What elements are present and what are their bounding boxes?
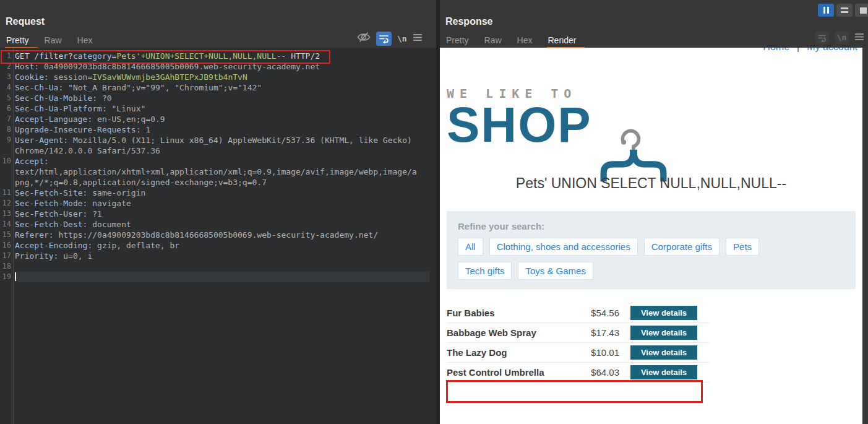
line-number: 17 [0, 251, 11, 261]
product-name: Pest Control Umbrella [447, 367, 580, 378]
response-editor-toolbar: \n [815, 31, 864, 44]
line-number: 11 [0, 188, 11, 198]
pause-button[interactable] [818, 4, 834, 17]
request-line[interactable]: 3Cookie: session=IVSavWUWvmjbe3GAhBTEPxJ… [0, 72, 436, 82]
refine-search-label: Refine your search: [458, 221, 844, 231]
view-details-button[interactable]: View details [630, 345, 697, 360]
line-number [0, 167, 11, 177]
filter-pets[interactable]: Pets [726, 238, 759, 256]
line-number: 19 [0, 272, 11, 282]
product-row: Fur Babies$54.56View details [447, 303, 710, 323]
wrap-lines-icon[interactable] [376, 32, 392, 46]
tab-pretty[interactable]: Pretty [6, 35, 29, 45]
my-account-link[interactable]: My account [807, 48, 857, 52]
request-line[interactable]: 18 [0, 261, 436, 272]
line-number: 3 [0, 72, 11, 82]
tab-hex[interactable]: Hex [77, 35, 93, 45]
line-number: 1 [0, 51, 11, 61]
request-line[interactable]: 16Accept-Encoding: gzip, deflate, br [0, 240, 436, 251]
request-line[interactable]: 8Upgrade-Insecure-Requests: 1 [0, 124, 436, 135]
view-details-button[interactable]: View details [630, 326, 697, 340]
line-number: 10 [0, 156, 11, 167]
request-line[interactable]: 9User-Agent: Mozilla/5.0 (X11; Linux x86… [0, 135, 436, 145]
filter-corporate-gifts[interactable]: Corporate gifts [644, 238, 720, 256]
request-line[interactable]: text/html,application/xhtml+xml,applicat… [0, 167, 436, 177]
line-number [0, 177, 11, 188]
request-line[interactable]: 15Referer: https://0a49009203bd8c8b81466… [0, 230, 436, 240]
request-line[interactable]: 5Sec-Ch-Ua-Mobile: ?0 [0, 93, 436, 103]
view-details-button[interactable]: View details [630, 365, 697, 379]
line-number: 18 [0, 261, 11, 272]
logo-brand: SHOP [447, 105, 592, 145]
tab-raw[interactable]: Raw [484, 35, 502, 45]
newline-icon: \n [835, 31, 849, 44]
tab-hex[interactable]: Hex [517, 35, 533, 45]
request-panel-title: Request [6, 16, 45, 27]
line-number: 2 [0, 61, 11, 72]
response-render-view: Home|My account WE LIKE TO SHOP Pets' UN… [440, 48, 862, 424]
pause-icon [823, 7, 825, 14]
request-line[interactable]: 17Priority: u=0, i [0, 251, 436, 261]
split-horizontal-icon [841, 7, 848, 13]
request-line[interactable]: 2Host: 0a49009203bd8c8b81466685005b0069.… [0, 61, 436, 72]
request-line[interactable]: 14Sec-Fetch-Dest: document [0, 219, 436, 230]
filter-all[interactable]: All [458, 238, 483, 256]
product-price: $64.03 [580, 367, 619, 378]
line-number: 8 [0, 124, 11, 135]
filter-tech-gifts[interactable]: Tech gifts [458, 262, 512, 280]
product-row: Pest Control Umbrella$64.03View details [447, 363, 710, 383]
filter-clothing-shoes-and-accessories[interactable]: Clothing, shoes and accessories [489, 238, 638, 256]
line-number: 6 [0, 103, 11, 114]
product-name: Fur Babies [447, 308, 580, 318]
tab-raw[interactable]: Raw [45, 35, 62, 45]
menu-icon[interactable] [854, 32, 864, 43]
view-details-button[interactable]: View details [630, 306, 697, 320]
product-price: $17.43 [580, 327, 619, 338]
newline-icon[interactable]: \n [397, 34, 407, 43]
product-row: Babbage Web Spray$17.43View details [447, 323, 710, 343]
request-line[interactable]: 7Accept-Language: en-US,en;q=0.9 [0, 114, 436, 124]
split-view-button[interactable] [836, 4, 853, 17]
request-line[interactable]: 12Sec-Fetch-Mode: navigate [0, 198, 436, 209]
product-list: Fur Babies$54.56View detailsBabbage Web … [447, 303, 710, 383]
line-number: 14 [0, 219, 11, 230]
line-number: 13 [0, 209, 11, 219]
line-number [0, 145, 11, 156]
request-panel: Request PrettyRawHex \n [0, 0, 436, 424]
maximize-button[interactable] [855, 4, 868, 17]
tab-pretty[interactable]: Pretty [446, 35, 469, 45]
refine-search-box: Refine your search: AllClothing, shoes a… [447, 211, 856, 289]
site-nav: Home|My account [763, 48, 857, 53]
eye-off-icon[interactable] [357, 31, 371, 46]
request-line[interactable]: 13Sec-Fetch-User: ?1 [0, 209, 436, 219]
product-row: The Lazy Dog$10.01View details [447, 343, 710, 363]
tab-render[interactable]: Render [548, 35, 577, 45]
response-panel: Response PrettyRawHexRender \n Home|My a… [440, 0, 868, 424]
product-name: The Lazy Dog [447, 347, 580, 358]
nav-separator: | [797, 48, 799, 52]
request-line[interactable]: 19 [0, 272, 436, 282]
line-number: 9 [0, 135, 11, 145]
line-number: 12 [0, 198, 11, 209]
wrap-lines-icon [815, 31, 829, 44]
product-name: Babbage Web Spray [447, 327, 580, 338]
product-price: $54.56 [580, 308, 619, 318]
home-link[interactable]: Home [763, 48, 789, 52]
request-editor[interactable]: 1GET /filter?category=Pets'+UNION+SELECT… [0, 48, 436, 424]
view-layout-controls [818, 4, 868, 17]
request-line[interactable]: 6Sec-Ch-Ua-Platform: "Linux" [0, 103, 436, 114]
request-line[interactable]: 10Accept: [0, 156, 436, 167]
request-line[interactable]: Chrome/142.0.0.0 Safari/537.36 [0, 145, 436, 156]
category-filters: AllClothing, shoes and accessoriesCorpor… [458, 238, 804, 280]
request-line[interactable]: 4Sec-Ch-Ua: "Not_A Brand";v="99", "Chrom… [0, 82, 436, 93]
line-number: 4 [0, 82, 11, 93]
filter-toys-games[interactable]: Toys & Games [518, 262, 593, 280]
request-tabs: PrettyRawHex [0, 35, 93, 45]
request-line[interactable]: 1GET /filter?category=Pets'+UNION+SELECT… [0, 51, 436, 61]
request-line[interactable]: 11Sec-Fetch-Site: same-origin [0, 188, 436, 198]
menu-icon[interactable] [413, 33, 423, 44]
page-title: Pets' UNION SELECT NULL,NULL,NULL-- [440, 175, 862, 192]
text-caret [15, 272, 16, 281]
shop-logo: WE LIKE TO SHOP [447, 86, 592, 145]
request-line[interactable]: png,*/*;q=0.8,application/signed-exchang… [0, 177, 436, 188]
